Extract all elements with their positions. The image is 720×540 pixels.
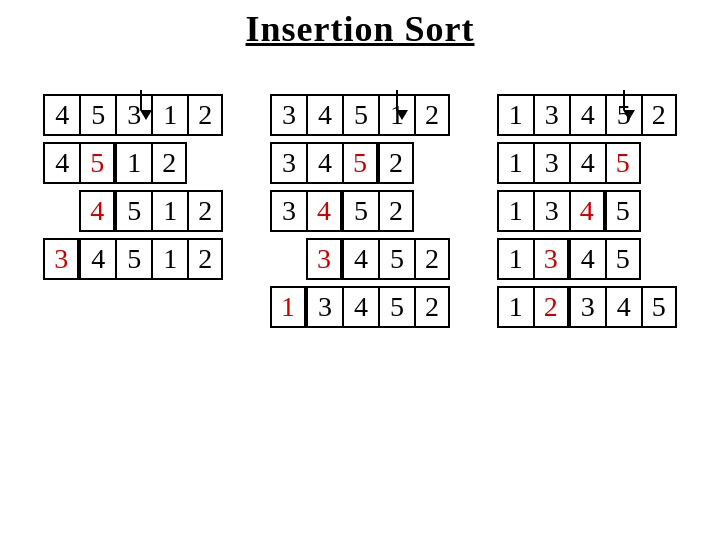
- arrow-2: [270, 60, 450, 90]
- cell-highlight: 4: [569, 190, 605, 232]
- cell: 3: [533, 94, 569, 136]
- table-row: 3 4 5 2: [270, 142, 414, 184]
- cell: 4: [43, 142, 79, 184]
- cell: 1: [497, 238, 533, 280]
- cell: 2: [414, 94, 450, 136]
- cell: 4: [306, 142, 342, 184]
- cell: 1: [151, 190, 187, 232]
- cell: 4: [79, 238, 115, 280]
- cell: 1: [115, 142, 151, 184]
- cell: 4: [306, 94, 342, 136]
- table-row: 4 5 3 1 2: [43, 94, 223, 136]
- cell: 5: [641, 286, 677, 328]
- cell-highlight: 5: [605, 142, 641, 184]
- cell-highlight: 5: [79, 142, 115, 184]
- cell: 1: [497, 94, 533, 136]
- arrow-1: [43, 60, 223, 90]
- cell: 1: [497, 286, 533, 328]
- table-row: 1 3 4 5 2: [497, 94, 677, 136]
- table-row: 4 5 1 2: [43, 190, 223, 232]
- cell-red: 1: [270, 286, 306, 328]
- cell: 2: [414, 286, 450, 328]
- cell: 4: [43, 94, 79, 136]
- cell-red: 2: [533, 286, 569, 328]
- cell: 4: [569, 142, 605, 184]
- cell: 2: [187, 190, 223, 232]
- column-1: 4 5 3 1 2 4 5 1 2 4 5 1 2 3 4 5 1 2: [43, 60, 223, 330]
- cell: 3: [270, 190, 306, 232]
- table-row: 1 3 4 5 2: [270, 286, 450, 328]
- page-title: Insertion Sort: [0, 0, 720, 50]
- table-row: 1 3 4 5: [497, 190, 641, 232]
- cell: 3: [306, 286, 342, 328]
- table-row: 3 4 5 2: [270, 190, 414, 232]
- cell: 4: [342, 286, 378, 328]
- table-row: 4 5 1 2: [43, 142, 187, 184]
- cell: 3: [533, 142, 569, 184]
- table-row: 1 2 3 4 5: [497, 286, 677, 328]
- cell: 5: [115, 238, 151, 280]
- cell: 5: [79, 94, 115, 136]
- table-row: 3 4 5 2: [270, 238, 450, 280]
- cell: 1: [151, 94, 187, 136]
- cell-highlight: 3: [533, 238, 569, 280]
- cell-spacer: [43, 190, 79, 232]
- cell: 5: [378, 238, 414, 280]
- cell: 5: [605, 238, 641, 280]
- cell: 3: [569, 286, 605, 328]
- cell: 2: [641, 94, 677, 136]
- cell: 1: [497, 190, 533, 232]
- cell: 3: [270, 94, 306, 136]
- column-2: 3 4 5 1 2 3 4 5 2 3 4 5 2 3 4 5 2: [270, 60, 450, 330]
- cell: 2: [378, 142, 414, 184]
- cell: 2: [187, 238, 223, 280]
- column-3: 1 3 4 5 2 1 3 4 5 1 3 4 5 1 3 4 5 1: [497, 60, 677, 330]
- cell: 4: [569, 94, 605, 136]
- cell: 4: [569, 238, 605, 280]
- cell: 5: [378, 286, 414, 328]
- cell: 2: [414, 238, 450, 280]
- cell-spacer: [270, 238, 306, 280]
- table-row: 1 3 4 5: [497, 142, 641, 184]
- cell-highlight: 4: [306, 190, 342, 232]
- cell: 2: [187, 94, 223, 136]
- main-content: 4 5 3 1 2 4 5 1 2 4 5 1 2 3 4 5 1 2: [0, 60, 720, 330]
- cell: 5: [605, 190, 641, 232]
- cell: 1: [151, 238, 187, 280]
- cell-highlight: 3: [306, 238, 342, 280]
- table-row: 1 3 4 5: [497, 238, 641, 280]
- cell: 1: [497, 142, 533, 184]
- table-row: 3 4 5 1 2: [270, 94, 450, 136]
- cell: 3: [533, 190, 569, 232]
- cell: 3: [270, 142, 306, 184]
- cell: 5: [342, 94, 378, 136]
- cell-highlight: 4: [79, 190, 115, 232]
- cell: 4: [605, 286, 641, 328]
- cell-red: 3: [43, 238, 79, 280]
- cell: 4: [342, 238, 378, 280]
- cell: 5: [342, 190, 378, 232]
- cell: 2: [151, 142, 187, 184]
- arrow-3: [497, 60, 677, 90]
- cell-highlight: 5: [342, 142, 378, 184]
- cell: 2: [378, 190, 414, 232]
- cell: 5: [115, 190, 151, 232]
- table-row: 3 4 5 1 2: [43, 238, 223, 280]
